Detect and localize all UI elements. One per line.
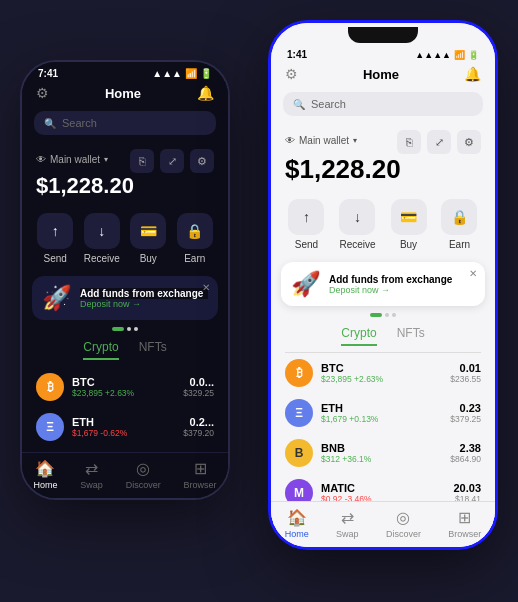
light-crypto-btc[interactable]: ₿ BTC $23,895 +2.63% 0.01 $236.55 xyxy=(271,353,495,393)
dark-btc-name: BTC xyxy=(72,376,175,388)
dark-nav-browser-label: Browser xyxy=(184,480,217,490)
light-nav-swap-label: Swap xyxy=(336,529,359,539)
dark-signal-icon: ▲▲▲ xyxy=(152,68,182,79)
light-nav-swap[interactable]: ⇄ Swap xyxy=(336,508,359,539)
dark-banner-link[interactable]: Deposit now → xyxy=(80,299,208,309)
dark-btc-values: 0.0... $329.25 xyxy=(183,376,214,398)
dark-nav-discover-label: Discover xyxy=(126,480,161,490)
dark-time: 7:41 xyxy=(38,68,58,79)
light-receive-icon: ↓ xyxy=(339,199,375,235)
dark-earn-icon: 🔒 xyxy=(177,213,213,249)
light-earn-label: Earn xyxy=(449,239,470,250)
light-settings-icon[interactable]: ⚙ xyxy=(285,66,298,82)
dark-banner-emoji: 🚀 xyxy=(42,284,72,312)
light-tab-crypto[interactable]: Crypto xyxy=(341,326,376,346)
dark-action-buttons: ↑ Send ↓ Receive 💳 Buy 🔒 Earn xyxy=(22,205,228,272)
dark-eth-info: ETH $1,679 -0.62% xyxy=(72,416,175,438)
dark-tab-nfts[interactable]: NFTs xyxy=(139,340,167,360)
dark-wallet-section: 👁 Main wallet ▾ ⎘ ⤢ ⚙ $1,228.20 xyxy=(22,141,228,205)
dark-receive-label: Receive xyxy=(84,253,120,264)
light-buy-button[interactable]: 💳 Buy xyxy=(391,199,427,250)
light-search-text: Search xyxy=(311,98,346,110)
light-nav-browser-label: Browser xyxy=(448,529,481,539)
light-wallet-settings-icon[interactable]: ⚙ xyxy=(457,130,481,154)
dark-swap-icon: ⇄ xyxy=(85,459,98,478)
light-notch xyxy=(348,27,418,43)
dark-send-label: Send xyxy=(44,253,67,264)
light-matic-values: 20.03 $18.41 xyxy=(453,482,481,501)
dark-dropdown-icon[interactable]: ▾ xyxy=(104,155,108,164)
light-bnb-icon: B xyxy=(285,439,313,467)
dark-eth-sub: $1,679 -0.62% xyxy=(72,428,175,438)
light-header-title: Home xyxy=(363,67,399,82)
light-expand-icon[interactable]: ⤢ xyxy=(427,130,451,154)
dark-eth-usd: $379.20 xyxy=(183,428,214,438)
light-wallet-actions: ⎘ ⤢ ⚙ xyxy=(397,130,481,154)
dark-nav-browser[interactable]: ⊞ Browser xyxy=(184,459,217,490)
light-crypto-bnb[interactable]: B BNB $312 +36.1% 2.38 $864.90 xyxy=(271,433,495,473)
light-banner-link[interactable]: Deposit now → xyxy=(329,285,475,295)
dark-phone: 7:41 ▲▲▲ 📶 🔋 ⚙ Home 🔔 🔍 Search xyxy=(20,60,230,500)
light-status-bar: 1:41 ▲▲▲▲ 📶 🔋 xyxy=(271,43,495,62)
dark-bell-icon[interactable]: 🔔 xyxy=(197,85,214,101)
light-copy-icon[interactable]: ⎘ xyxy=(397,130,421,154)
dark-receive-button[interactable]: ↓ Receive xyxy=(84,213,120,264)
dark-indicator-dots xyxy=(22,324,228,334)
light-bnb-amount: 2.38 xyxy=(450,442,481,454)
dark-tab-crypto[interactable]: Crypto xyxy=(83,340,118,360)
light-earn-icon: 🔒 xyxy=(441,199,477,235)
dark-nav-swap[interactable]: ⇄ Swap xyxy=(80,459,103,490)
light-matic-name: MATIC xyxy=(321,482,445,494)
light-nav-discover-label: Discover xyxy=(386,529,421,539)
dark-wallet-actions: ⎘ ⤢ ⚙ xyxy=(130,149,214,173)
light-nav-browser[interactable]: ⊞ Browser xyxy=(448,508,481,539)
light-dropdown-icon[interactable]: ▾ xyxy=(353,136,357,145)
dark-buy-button[interactable]: 💳 Buy xyxy=(130,213,166,264)
light-receive-button[interactable]: ↓ Receive xyxy=(339,199,375,250)
light-dot-3 xyxy=(392,313,396,317)
dark-bottom-nav: 🏠 Home ⇄ Swap ◎ Discover ⊞ Browser xyxy=(22,452,228,498)
light-matic-info: MATIC $0.92 -3.46% xyxy=(321,482,445,501)
dark-wallet-settings-icon[interactable]: ⚙ xyxy=(190,149,214,173)
dark-nav-home[interactable]: 🏠 Home xyxy=(33,459,57,490)
light-battery-icon: 🔋 xyxy=(468,50,479,60)
light-swap-icon: ⇄ xyxy=(341,508,354,527)
light-btc-info: BTC $23,895 +2.63% xyxy=(321,362,442,384)
light-home-icon: 🏠 xyxy=(287,508,307,527)
light-eth-icon: Ξ xyxy=(285,399,313,427)
dark-status-bar: 7:41 ▲▲▲ 📶 🔋 xyxy=(22,62,228,81)
light-eye-icon: 👁 xyxy=(285,135,295,146)
dark-expand-icon[interactable]: ⤢ xyxy=(160,149,184,173)
light-notch-area xyxy=(271,23,495,43)
dark-earn-button[interactable]: 🔒 Earn xyxy=(177,213,213,264)
light-earn-button[interactable]: 🔒 Earn xyxy=(441,199,477,250)
light-search-bar[interactable]: 🔍 Search xyxy=(283,92,483,116)
light-nav-discover[interactable]: ◎ Discover xyxy=(386,508,421,539)
dark-copy-icon[interactable]: ⎘ xyxy=(130,149,154,173)
light-nav-home[interactable]: 🏠 Home xyxy=(285,508,309,539)
light-crypto-eth[interactable]: Ξ ETH $1,679 +0.13% 0.23 $379.25 xyxy=(271,393,495,433)
dark-search-bar[interactable]: 🔍 Search xyxy=(34,111,216,135)
light-nav-home-label: Home xyxy=(285,529,309,539)
light-eth-name: ETH xyxy=(321,402,442,414)
light-banner-close[interactable]: ✕ xyxy=(469,268,477,279)
dark-home-icon: 🏠 xyxy=(35,459,55,478)
dark-banner-close[interactable]: ✕ xyxy=(202,282,210,293)
dark-crypto-eth[interactable]: Ξ ETH $1,679 -0.62% 0.2... $379.20 xyxy=(22,407,228,447)
light-banner-emoji: 🚀 xyxy=(291,270,321,298)
dark-tab-section: Crypto NFTs xyxy=(36,334,214,367)
light-tab-nfts[interactable]: NFTs xyxy=(397,326,425,346)
light-crypto-matic[interactable]: M MATIC $0.92 -3.46% 20.03 $18.41 xyxy=(271,473,495,501)
dark-send-button[interactable]: ↑ Send xyxy=(37,213,73,264)
dark-banner: 🚀 Add funds from exchange Deposit now → … xyxy=(32,276,218,320)
dark-header: ⚙ Home 🔔 xyxy=(22,81,228,105)
light-send-button[interactable]: ↑ Send xyxy=(288,199,324,250)
dark-settings-icon[interactable]: ⚙ xyxy=(36,85,49,101)
dark-crypto-btc[interactable]: ₿ BTC $23,895 +2.63% 0.0... $329.25 xyxy=(22,367,228,407)
dark-eth-amount: 0.2... xyxy=(183,416,214,428)
light-send-icon: ↑ xyxy=(288,199,324,235)
dark-search-text: Search xyxy=(62,117,97,129)
dark-nav-discover[interactable]: ◎ Discover xyxy=(126,459,161,490)
dark-wifi-icon: 📶 xyxy=(185,68,197,79)
light-bell-icon[interactable]: 🔔 xyxy=(464,66,481,82)
